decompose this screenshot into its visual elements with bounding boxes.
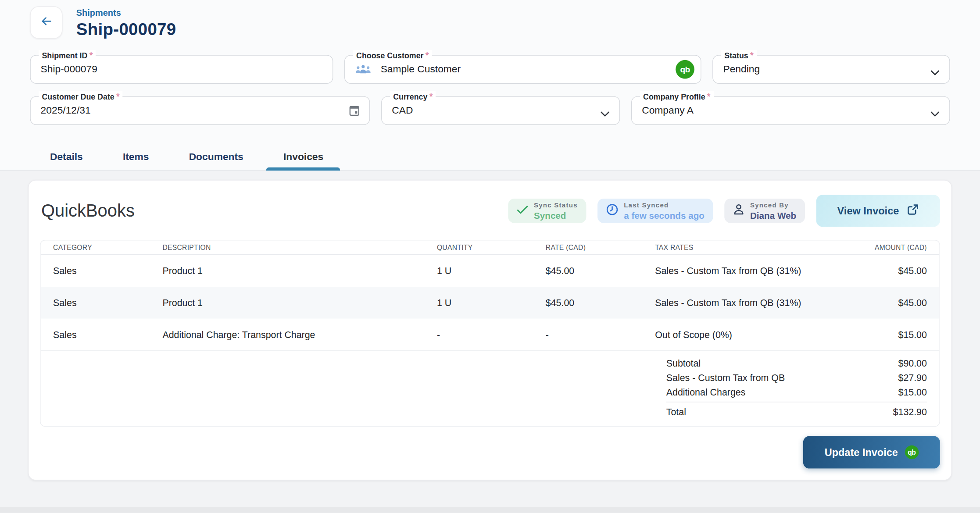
quickbooks-header: QuickBooks Sync Status Synced La bbox=[40, 195, 940, 227]
cell-description: Additional Charge: Transport Charge bbox=[162, 329, 436, 340]
last-synced-value: a few seconds ago bbox=[624, 211, 705, 220]
cell-category: Sales bbox=[53, 329, 162, 340]
currency-select[interactable]: Currency* CAD bbox=[381, 96, 620, 125]
company-profile-select[interactable]: Company Profile* Company A bbox=[631, 96, 950, 125]
synced-by-badge: Synced By Diana Web bbox=[724, 199, 805, 223]
quickbooks-card: QuickBooks Sync Status Synced La bbox=[28, 180, 952, 480]
required-asterisk: * bbox=[89, 50, 93, 60]
cell-description: Product 1 bbox=[162, 266, 436, 276]
required-asterisk: * bbox=[116, 91, 120, 101]
customer-due-date-label: Customer Due Date* bbox=[39, 91, 123, 101]
required-asterisk: * bbox=[707, 91, 711, 101]
status-value: Pending bbox=[723, 64, 760, 75]
total-value: $15.00 bbox=[898, 387, 927, 397]
external-link-icon bbox=[907, 203, 919, 218]
top-section: Shipments Ship-000079 Shipment ID* Ship-… bbox=[0, 0, 980, 171]
cell-amount: $45.00 bbox=[821, 266, 927, 276]
card-footer: Update Invoice qb bbox=[40, 436, 940, 468]
cell-rate: $45.00 bbox=[546, 266, 655, 276]
col-category: CATEGORY bbox=[53, 244, 162, 251]
bottom-strip bbox=[0, 507, 980, 513]
tab-details[interactable]: Details bbox=[30, 143, 103, 170]
customer-due-date-field[interactable]: Customer Due Date* 2025/12/31 bbox=[30, 96, 370, 125]
form-row-1: Shipment ID* Ship-000079 Choose Customer… bbox=[30, 55, 950, 84]
cell-tax: Out of Scope (0%) bbox=[655, 329, 821, 340]
company-profile-label: Company Profile* bbox=[640, 91, 714, 101]
table-row: SalesAdditional Charge: Transport Charge… bbox=[41, 319, 940, 351]
tabs: DetailsItemsDocumentsInvoices bbox=[30, 143, 950, 170]
total-line: Total$132.90 bbox=[666, 402, 927, 419]
customer-due-date-value: 2025/12/31 bbox=[41, 105, 91, 116]
synced-by-value: Diana Web bbox=[750, 211, 796, 220]
subtotal-line: Sales - Custom Tax from QB$27.90 bbox=[666, 370, 927, 385]
page-title: Ship-000079 bbox=[76, 20, 176, 39]
form-row-2: Customer Due Date* 2025/12/31 Currency* … bbox=[30, 96, 950, 125]
view-invoice-label: View Invoice bbox=[837, 205, 899, 217]
total-label: Total bbox=[666, 407, 686, 417]
last-synced-label: Last Synced bbox=[624, 202, 705, 208]
required-asterisk: * bbox=[426, 50, 429, 60]
shipment-detail-page: Shipments Ship-000079 Shipment ID* Ship-… bbox=[0, 0, 980, 513]
company-profile-value: Company A bbox=[642, 105, 694, 116]
shipment-id-field[interactable]: Shipment ID* Ship-000079 bbox=[30, 55, 333, 84]
sync-status-value: Synced bbox=[534, 211, 578, 220]
arrow-left-icon bbox=[39, 14, 54, 31]
customer-group-icon bbox=[355, 64, 371, 75]
back-button[interactable] bbox=[30, 6, 62, 39]
total-value: $27.90 bbox=[898, 372, 927, 383]
total-value: $90.00 bbox=[898, 358, 927, 368]
currency-value: CAD bbox=[392, 105, 413, 116]
col-amount: AMOUNT (CAD) bbox=[821, 244, 927, 251]
cell-amount: $45.00 bbox=[821, 297, 927, 308]
currency-label: Currency* bbox=[390, 91, 436, 101]
tab-documents[interactable]: Documents bbox=[169, 143, 263, 170]
shipment-id-label: Shipment ID* bbox=[39, 50, 96, 60]
cell-quantity: - bbox=[437, 329, 546, 340]
check-icon bbox=[517, 205, 529, 217]
clock-icon bbox=[606, 203, 618, 218]
col-rate: RATE (CAD) bbox=[546, 244, 655, 251]
choose-customer-field[interactable]: Choose Customer* Sample Customer qb bbox=[344, 55, 701, 84]
choose-customer-label: Choose Customer* bbox=[353, 50, 432, 60]
chevron-down-icon bbox=[930, 108, 939, 119]
last-synced-badge: Last Synced a few seconds ago bbox=[597, 199, 713, 223]
invoice-totals: Subtotal$90.00Sales - Custom Tax from QB… bbox=[41, 350, 940, 426]
required-asterisk: * bbox=[750, 50, 754, 60]
invoice-table: CATEGORY DESCRIPTION QUANTITY RATE (CAD)… bbox=[40, 240, 940, 427]
tab-items[interactable]: Items bbox=[103, 143, 169, 170]
total-value: $132.90 bbox=[893, 407, 927, 417]
cell-category: Sales bbox=[53, 266, 162, 276]
status-select[interactable]: Status* Pending bbox=[712, 55, 950, 84]
sync-status-label: Sync Status bbox=[534, 202, 578, 208]
col-description: DESCRIPTION bbox=[162, 244, 436, 251]
invoice-table-body: SalesProduct 11 U$45.00Sales - Custom Ta… bbox=[41, 255, 940, 350]
cell-rate: - bbox=[546, 329, 655, 340]
chevron-down-icon bbox=[601, 108, 609, 119]
view-invoice-button[interactable]: View Invoice bbox=[816, 195, 940, 227]
shipment-id-value: Ship-000079 bbox=[41, 64, 97, 75]
cell-quantity: 1 U bbox=[437, 297, 546, 308]
quickbooks-icon: qb bbox=[905, 445, 919, 459]
col-tax-rates: TAX RATES bbox=[655, 244, 821, 251]
update-invoice-label: Update Invoice bbox=[825, 446, 898, 458]
total-label: Sales - Custom Tax from QB bbox=[666, 372, 785, 383]
subtotal-line: Subtotal$90.00 bbox=[666, 356, 927, 370]
subtotal-line: Additional Charges$15.00 bbox=[666, 385, 927, 399]
synced-by-label: Synced By bbox=[750, 202, 796, 208]
breadcrumb-shipments[interactable]: Shipments bbox=[76, 7, 176, 18]
page-header: Shipments Ship-000079 bbox=[30, 6, 950, 40]
table-row: SalesProduct 11 U$45.00Sales - Custom Ta… bbox=[41, 255, 940, 287]
main-content: QuickBooks Sync Status Synced La bbox=[0, 171, 980, 481]
tab-invoices[interactable]: Invoices bbox=[263, 143, 343, 170]
total-label: Additional Charges bbox=[666, 387, 746, 397]
cell-description: Product 1 bbox=[162, 297, 436, 308]
calendar-icon[interactable] bbox=[348, 104, 361, 119]
cell-quantity: 1 U bbox=[437, 266, 546, 276]
chevron-down-icon bbox=[930, 67, 939, 78]
sync-status-badge: Sync Status Synced bbox=[508, 199, 587, 223]
table-row: SalesProduct 11 U$45.00Sales - Custom Ta… bbox=[41, 287, 940, 319]
cell-tax: Sales - Custom Tax from QB (31%) bbox=[655, 297, 821, 308]
status-label: Status* bbox=[721, 50, 757, 60]
cell-tax: Sales - Custom Tax from QB (31%) bbox=[655, 266, 821, 276]
update-invoice-button[interactable]: Update Invoice qb bbox=[803, 436, 940, 468]
